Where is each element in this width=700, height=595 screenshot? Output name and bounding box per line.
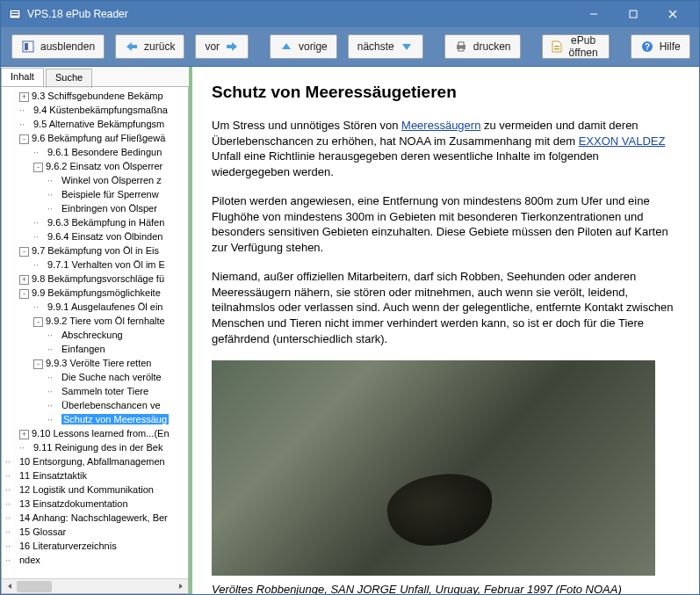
- app-icon: [8, 7, 22, 21]
- close-button[interactable]: [653, 1, 692, 27]
- forward-button[interactable]: vor: [195, 34, 249, 59]
- print-button[interactable]: drucken: [444, 34, 521, 59]
- sidebar: Inhalt Suche +9.3 Schiffsgebundene Bekäm…: [1, 67, 192, 594]
- tree-leaf-icon: ··: [5, 454, 17, 468]
- tree-leaf-icon: ··: [47, 412, 59, 426]
- tree-item[interactable]: ··9.9.1 Ausgelaufenes Öl ein: [2, 300, 188, 314]
- tree-item[interactable]: -9.6.2 Einsatz von Ölsperrer: [2, 159, 188, 173]
- tree-item-label: 9.9.3 Verölte Tiere retten: [46, 358, 151, 368]
- tree-item-label: 9.10 Lessons learned from...(En: [32, 428, 170, 439]
- svg-rect-15: [554, 48, 559, 50]
- tree-item[interactable]: ··Einfangen: [2, 342, 188, 356]
- tree-item[interactable]: -9.9 Bekämpfungsmöglichkeite: [2, 286, 188, 300]
- tree-item[interactable]: -9.9.2 Tiere vom Öl fernhalte: [2, 314, 188, 328]
- tree-item-label: 9.9.1 Ausgelaufenes Öl ein: [47, 301, 162, 312]
- hide-button[interactable]: ausblenden: [11, 34, 105, 59]
- tree-item[interactable]: ··12 Logistik und Kommunikation: [2, 483, 188, 497]
- next-label: nächste: [357, 40, 394, 53]
- tree-item[interactable]: ··9.7.1 Verhalten von Öl im E: [2, 258, 188, 272]
- tree-item[interactable]: ··Schutz von Meeressäug: [2, 412, 188, 426]
- tree-item[interactable]: ··Die Suche nach verölte: [2, 370, 188, 384]
- figure: Veröltes Robbenjunge, SAN JORGE Unfall, …: [212, 360, 680, 594]
- minimize-button[interactable]: [574, 1, 613, 27]
- toolbar: ausblenden zurück vor vorige nächste dru…: [1, 27, 699, 67]
- link-meeressaeugern[interactable]: Meeressäugern: [401, 119, 480, 132]
- tree-item[interactable]: ··9.6.4 Einsatz von Ölbinden: [2, 229, 188, 243]
- tree-item[interactable]: ··Abschreckung: [2, 328, 188, 342]
- tree-item-label: 9.9.2 Tiere vom Öl fernhalte: [46, 316, 165, 326]
- tree-toggle-icon[interactable]: -: [19, 289, 29, 299]
- tree-leaf-icon: ··: [5, 553, 17, 567]
- tree-toggle-icon[interactable]: -: [33, 163, 43, 172]
- tree-toggle-icon[interactable]: +: [19, 430, 29, 439]
- scroll-track[interactable]: [17, 579, 173, 594]
- scroll-left-icon[interactable]: [2, 579, 17, 594]
- tree-toggle-icon[interactable]: -: [33, 359, 43, 369]
- tree-toggle-icon[interactable]: -: [19, 134, 29, 144]
- next-button[interactable]: nächste: [348, 34, 423, 59]
- seal-shape: [385, 470, 496, 549]
- tree-item[interactable]: ··Winkel von Ölsperren z: [2, 173, 188, 187]
- svg-rect-10: [227, 45, 233, 48]
- tree-item[interactable]: ··10 Entsorgung, Abfallmanagemen: [2, 454, 188, 468]
- link-exxon-valdez[interactable]: EXXON VALDEZ: [579, 134, 666, 148]
- tree-item[interactable]: ··9.4 Küstenbekämpfungsmaßna: [2, 103, 188, 117]
- tree-item[interactable]: -9.7 Bekämpfung von Öl in Eis: [2, 243, 188, 258]
- paragraph-2: Piloten werden angewiesen, eine Entfernu…: [212, 193, 680, 255]
- titlebar[interactable]: VPS.18 ePub Reader: [1, 1, 699, 27]
- content-pane[interactable]: Schutz von Meeressäugetieren Um Stress u…: [192, 67, 699, 594]
- window-title: VPS.18 ePub Reader: [27, 8, 574, 20]
- maximize-button[interactable]: [613, 1, 653, 27]
- tree-item[interactable]: -9.6 Bekämpfung auf Fließgewä: [2, 131, 188, 145]
- open-epub-button[interactable]: ePub öffnen: [542, 34, 610, 59]
- svg-rect-9: [131, 45, 137, 48]
- tab-suche[interactable]: Suche: [46, 69, 92, 88]
- tab-inhalt[interactable]: Inhalt: [1, 68, 44, 87]
- tree-item-label: Einbringen von Ölsper: [61, 203, 157, 214]
- toc-tree[interactable]: +9.3 Schiffsgebundene Bekämp··9.4 Küsten…: [2, 87, 188, 578]
- tree-item[interactable]: +9.3 Schiffsgebundene Bekämp: [2, 89, 188, 103]
- horizontal-scrollbar[interactable]: [2, 578, 188, 593]
- tree-item[interactable]: +9.10 Lessons learned from...(En: [2, 426, 188, 440]
- tree-leaf-icon: ··: [47, 398, 59, 412]
- tree-leaf-icon: ··: [19, 440, 31, 454]
- tree-item-label: 9.7 Bekämpfung von Öl in Eis: [32, 245, 159, 256]
- tree-leaf-icon: ··: [47, 201, 59, 215]
- tree-toggle-icon[interactable]: +: [19, 92, 29, 102]
- tree-item[interactable]: ··14 Anhang: Nachschlagewerk, Ber: [2, 511, 188, 525]
- tree-item[interactable]: ··9.6.3 Bekämpfung in Häfen: [2, 215, 188, 229]
- tree-leaf-icon: ··: [47, 187, 59, 201]
- svg-rect-2: [11, 14, 18, 16]
- tree-item-label: 9.4 Küstenbekämpfungsmaßna: [33, 105, 168, 115]
- tree-item[interactable]: ··9.11 Reinigung des in der Bek: [2, 440, 188, 454]
- tree-item[interactable]: ··16 Literaturverzeichnis: [2, 539, 188, 553]
- tree-toggle-icon[interactable]: -: [33, 317, 43, 327]
- tree-item[interactable]: ··Überlebenschancen ve: [2, 398, 188, 412]
- tree-item[interactable]: ··9.5 Alternative Bekämpfungsm: [2, 117, 188, 131]
- prev-button[interactable]: vorige: [270, 34, 337, 59]
- tree-item[interactable]: ··11 Einsatztaktik: [2, 468, 188, 483]
- back-button[interactable]: zurück: [115, 34, 184, 59]
- tree-leaf-icon: ··: [33, 300, 45, 314]
- tree-item[interactable]: ··Beispiele für Sperrenw: [2, 187, 188, 201]
- tree-leaf-icon: ··: [19, 117, 31, 131]
- tree-item[interactable]: -9.9.3 Verölte Tiere retten: [2, 356, 188, 370]
- tree-item[interactable]: ··13 Einsatzdokumentation: [2, 497, 188, 511]
- scroll-right-icon[interactable]: [173, 579, 188, 594]
- tree-item[interactable]: ··ndex: [2, 553, 188, 567]
- help-button[interactable]: ? Hilfe: [631, 34, 690, 59]
- print-label: drucken: [473, 40, 511, 53]
- tree-toggle-icon[interactable]: -: [19, 247, 29, 257]
- scroll-thumb[interactable]: [17, 581, 52, 592]
- tree-item[interactable]: ··Einbringen von Ölsper: [2, 201, 188, 215]
- tree-item[interactable]: ··9.6.1 Besondere Bedingun: [2, 145, 188, 159]
- tree-item[interactable]: ··Sammeln toter Tiere: [2, 384, 188, 398]
- paragraph-1: Um Stress und unnötiges Stören von Meere…: [212, 118, 680, 179]
- tree-item[interactable]: ··15 Glossar: [2, 525, 188, 539]
- tree-item-label: 9.6.2 Einsatz von Ölsperrer: [46, 161, 162, 171]
- tree-item-label: 9.7.1 Verhalten von Öl im E: [47, 259, 165, 270]
- tree-toggle-icon[interactable]: +: [19, 275, 29, 285]
- tree-item[interactable]: +9.8 Bekämpfungsvorschläge fü: [2, 272, 188, 286]
- tree-item-label: Die Suche nach verölte: [61, 372, 162, 382]
- tree-item-label: Sammeln toter Tiere: [61, 386, 148, 396]
